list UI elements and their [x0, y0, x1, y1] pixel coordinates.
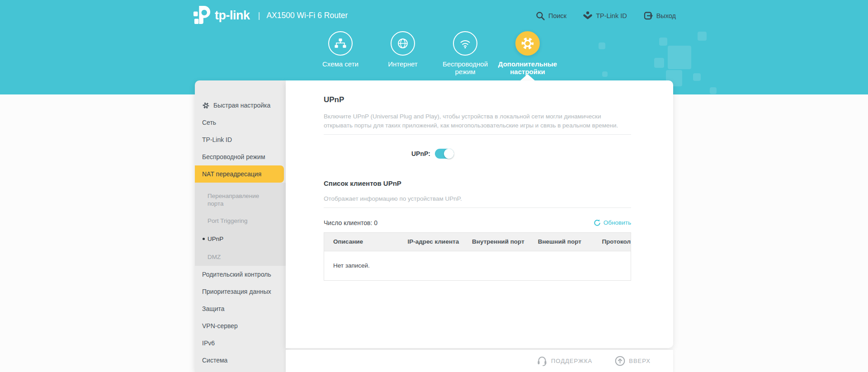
active-tab-pointer	[520, 74, 535, 81]
sidebar-item-label: NAT переадресация	[202, 170, 261, 178]
support-button[interactable]: ПОДДЕРЖКА	[537, 356, 592, 367]
wifi-icon	[453, 31, 477, 56]
refresh-icon	[594, 219, 601, 226]
tplink-id-button[interactable]: TP-Link ID	[583, 11, 627, 21]
decor-square	[659, 38, 667, 46]
column-header-internal-port: Внутренний порт	[463, 238, 529, 245]
refresh-label: Обновить	[604, 219, 631, 226]
decor-square	[693, 73, 701, 81]
sidebar-item-label: Приоритезация данных	[202, 288, 271, 295]
network-map-icon	[328, 31, 353, 56]
sidebar-item-label: Защита	[202, 305, 225, 312]
sidebar-item-nat-forwarding[interactable]: NAT переадресация	[195, 165, 284, 183]
tab-wireless[interactable]: Беспроводной режим	[434, 31, 496, 75]
upnp-clients-table: Описание IP-адрес клиента Внутренний пор…	[324, 232, 631, 281]
sidebar-item-system[interactable]: Система	[195, 352, 286, 369]
sidebar-item-label: VPN-сервер	[202, 322, 238, 330]
sidebar-item-parental-controls[interactable]: Родительский контроль	[195, 266, 286, 283]
logout-label: Выход	[656, 12, 676, 19]
support-label: ПОДДЕРЖКА	[551, 358, 592, 364]
divider	[324, 134, 631, 135]
decor-square	[599, 42, 605, 49]
tab-label: Схема сети	[322, 60, 359, 68]
upnp-toggle[interactable]	[435, 149, 454, 159]
sidebar-item-network[interactable]: Сеть	[195, 114, 286, 131]
gear-icon	[515, 31, 540, 56]
submenu-item-label: Port Triggering	[208, 217, 248, 225]
tab-advanced-settings[interactable]: Дополнительные настройки	[496, 31, 559, 75]
refresh-button[interactable]: Обновить	[594, 219, 631, 226]
empty-table-text: Нет записей.	[324, 262, 370, 269]
submenu-item-port-forwarding[interactable]: Перенаправление порта	[195, 188, 286, 212]
submenu-item-upnp[interactable]: UPnP	[195, 230, 286, 248]
tplink-logo-icon	[193, 5, 211, 25]
nat-submenu: Перенаправление порта Port Triggering UP…	[195, 183, 286, 266]
main-nav: Схема сети Интернет	[309, 31, 559, 75]
column-header-client-ip: IP-адрес клиента	[398, 238, 463, 245]
sidebar-item-label: Сеть	[202, 119, 216, 126]
footer-bar: ПОДДЕРЖКА ВВЕРХ	[286, 350, 673, 372]
decor-square	[654, 58, 664, 68]
quick-setup-gear-icon	[202, 102, 210, 109]
submenu-item-label: UPnP	[208, 235, 223, 243]
topbar-divider: |	[258, 10, 260, 20]
decor-square	[698, 32, 707, 41]
model-title: AX1500 Wi-Fi 6 Router	[266, 11, 348, 20]
upnp-description: Включите UPnP (Universal Plug and Play),…	[324, 112, 631, 130]
back-to-top-button[interactable]: ВВЕРХ	[615, 356, 651, 366]
toggle-knob	[444, 149, 454, 159]
sidebar-item-wireless[interactable]: Беспроводной режим	[195, 148, 286, 165]
logout-button[interactable]: Выход	[643, 11, 676, 21]
sidebar-item-label: Быстрая настройка	[213, 102, 270, 109]
sidebar-item-label: IPv6	[202, 339, 215, 347]
tplink-id-icon	[583, 11, 593, 21]
tab-label: Дополнительные настройки	[496, 60, 559, 75]
sidebar-item-label: Беспроводной режим	[202, 153, 265, 160]
headset-icon	[537, 356, 547, 367]
sidebar-item-vpn-server[interactable]: VPN-сервер	[195, 317, 286, 334]
submenu-item-port-triggering[interactable]: Port Triggering	[195, 212, 286, 230]
sidebar-item-qos[interactable]: Приоритезация данных	[195, 283, 286, 300]
sidebar-item-ipv6[interactable]: IPv6	[195, 334, 286, 352]
tab-internet[interactable]: Интернет	[372, 31, 434, 75]
search-icon	[536, 11, 545, 21]
submenu-item-dmz[interactable]: DMZ	[195, 248, 286, 266]
upnp-title: UPnP	[324, 95, 631, 104]
sidebar-item-label: Родительский контроль	[202, 271, 271, 278]
back-to-top-label: ВВЕРХ	[629, 358, 651, 364]
sidebar-item-quick-setup[interactable]: Быстрая настройка	[195, 97, 286, 114]
submenu-item-label: Перенаправление порта	[208, 192, 267, 207]
topbar-actions: Поиск TP-Link ID	[536, 10, 676, 22]
tab-network-map[interactable]: Схема сети	[309, 31, 372, 75]
sidebar: Быстрая настройка Сеть TP-Link ID Беспро…	[195, 80, 286, 372]
up-arrow-icon	[615, 356, 625, 366]
sidebar-item-label: Система	[202, 357, 227, 364]
sidebar-item-tplink-id[interactable]: TP-Link ID	[195, 131, 286, 148]
divider	[324, 207, 631, 208]
upnp-toggle-label: UPnP:	[324, 150, 435, 157]
table-empty-row: Нет записей.	[324, 251, 631, 280]
tplink-id-label: TP-Link ID	[596, 12, 627, 19]
clients-count-row: Число клиентов: 0 Обновить	[324, 219, 631, 226]
main-panel: UPnP Включите UPnP (Universal Plug and P…	[286, 80, 673, 348]
tab-label: Беспроводной режим	[434, 60, 496, 75]
brand-wordmark: tp-link	[215, 9, 250, 23]
column-header-protocol: Протокол	[593, 238, 631, 245]
clients-count: Число клиентов: 0	[324, 219, 377, 226]
upnp-toggle-row: UPnP:	[324, 149, 631, 159]
decor-square	[602, 71, 608, 77]
clients-list-description: Отображает информацию по устройствам UPn…	[324, 194, 631, 203]
tab-label: Интернет	[388, 60, 417, 68]
active-item-dot	[203, 238, 205, 240]
logout-icon	[643, 11, 653, 21]
column-header-description: Описание	[324, 238, 398, 245]
globe-icon	[391, 31, 415, 56]
sidebar-item-security[interactable]: Защита	[195, 300, 286, 317]
sidebar-item-label: TP-Link ID	[202, 136, 232, 143]
search-label: Поиск	[548, 12, 566, 19]
decor-square	[668, 46, 691, 69]
decor-square	[710, 87, 717, 94]
search-button[interactable]: Поиск	[536, 11, 566, 21]
topbar: tp-link | AX1500 Wi-Fi 6 Router	[193, 5, 348, 26]
router-admin-page: tp-link | AX1500 Wi-Fi 6 Router Поиск	[0, 0, 868, 372]
